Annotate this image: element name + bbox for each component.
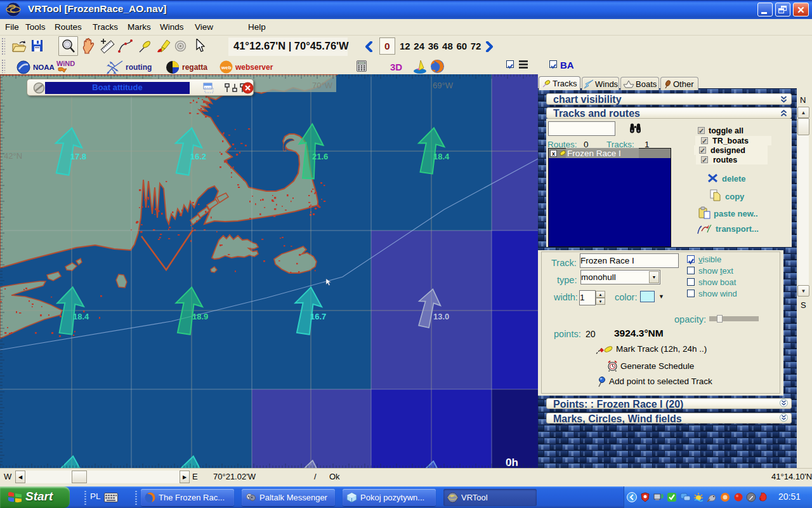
svg-text:18.4: 18.4 xyxy=(433,152,450,161)
svg-text:18.4: 18.4 xyxy=(73,312,89,321)
svg-text:16.7: 16.7 xyxy=(310,312,326,321)
svg-text:42°N: 42°N xyxy=(4,151,22,161)
svg-text:18.9: 18.9 xyxy=(192,312,208,321)
svg-text:16.2: 16.2 xyxy=(190,152,206,161)
svg-text:70°W: 70°W xyxy=(312,81,333,90)
svg-text:13.0: 13.0 xyxy=(433,312,449,321)
svg-text:69°W: 69°W xyxy=(433,81,454,90)
svg-text:21.6: 21.6 xyxy=(312,152,328,161)
svg-text:web: web xyxy=(221,65,232,70)
svg-text:17.8: 17.8 xyxy=(70,152,86,161)
